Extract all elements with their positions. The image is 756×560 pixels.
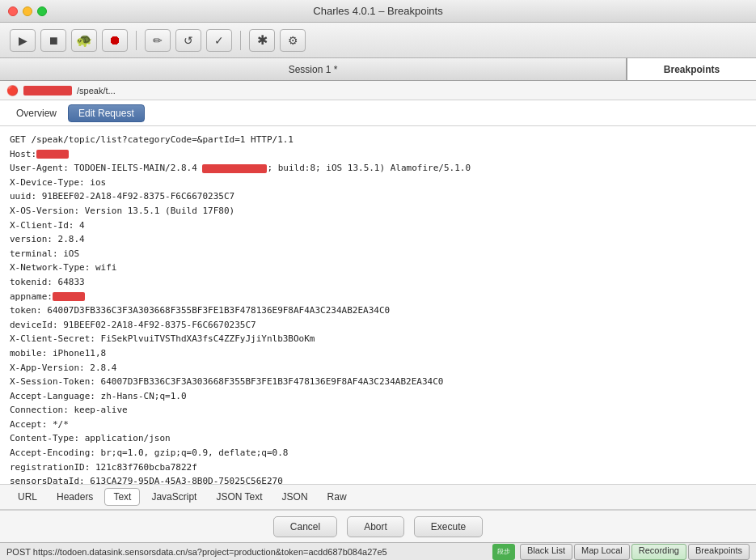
- cancel-button[interactable]: Cancel: [273, 516, 337, 537]
- sub-tabs: Overview Edit Request: [0, 100, 756, 126]
- useragent-redacted: [202, 164, 267, 173]
- tools-button[interactable]: ✱: [249, 29, 275, 52]
- request-line-22: Content-Type: application/json: [10, 431, 746, 446]
- url-bar: 🔴 /speak/t...: [0, 81, 756, 100]
- wechat-icon: 段步: [492, 544, 515, 560]
- throttle-button[interactable]: 🐢: [71, 29, 97, 52]
- toolbar: ▶ ⏹ 🐢 ⏺ ✏ ↺ ✓ ✱ ⚙: [0, 23, 756, 58]
- toolbar-separator: [136, 31, 137, 50]
- titlebar: Charles 4.0.1 – Breakpoints: [0, 0, 756, 23]
- request-line-20: Connection: keep-alive: [10, 403, 746, 418]
- request-line-21: Accept: */*: [10, 418, 746, 432]
- request-line-2: Host:: [10, 147, 746, 162]
- request-line-15: X-Client-Secret: FiSekPlvuiTVSThdXA3fsC4…: [10, 332, 746, 346]
- status-bar: POST https://todoen.datasink.sensorsdata…: [0, 542, 756, 560]
- tab-javascript[interactable]: JavaScript: [143, 489, 205, 505]
- request-line-18: X-Session-Token: 64007D3FB336C3F3A303668…: [10, 375, 746, 389]
- request-line-1: GET /speak/topic/list?categoryCode=&part…: [10, 133, 746, 147]
- bottom-tabs: URL Headers Text JavaScript JSON Text JS…: [0, 484, 756, 510]
- request-line-7: X-Client-Id: 4: [10, 218, 746, 233]
- url-path: /speak/t...: [77, 86, 116, 95]
- window-title: Charles 4.0.1 – Breakpoints: [313, 5, 442, 17]
- tab-raw[interactable]: Raw: [319, 489, 355, 505]
- pill-blacklist[interactable]: Black List: [520, 544, 572, 560]
- tab-breakpoints[interactable]: Breakpoints: [627, 58, 756, 80]
- request-line-4: X-Device-Type: ios: [10, 176, 746, 190]
- tab-overview[interactable]: Overview: [6, 105, 66, 121]
- tab-json[interactable]: JSON: [274, 489, 316, 505]
- request-line-19: Accept-Language: zh-Hans-CN;q=1.0: [10, 389, 746, 404]
- request-line-23: Accept-Encoding: br;q=1.0, gzip;q=0.9, d…: [10, 446, 746, 460]
- request-line-12: appname:: [10, 290, 746, 304]
- request-line-11: tokenid: 64833: [10, 275, 746, 290]
- tab-headers[interactable]: Headers: [49, 489, 101, 505]
- refresh-button[interactable]: ↺: [175, 29, 201, 52]
- status-pills: 段步 Black List Map Local Recording Breakp…: [492, 544, 750, 560]
- start-button[interactable]: ▶: [10, 29, 36, 52]
- validate-button[interactable]: ✓: [206, 29, 232, 52]
- request-line-17: X-App-Version: 2.8.4: [10, 361, 746, 375]
- host-redacted: [23, 86, 72, 95]
- main-content: 🔴 /speak/t... Overview Edit Request GET …: [0, 81, 756, 542]
- request-line-13: token: 64007D3FB336C3F3A303668F355BF3FE1…: [10, 303, 746, 318]
- stop-button[interactable]: ⏹: [40, 29, 66, 52]
- record-button[interactable]: ⏺: [102, 29, 128, 52]
- settings-button[interactable]: ⚙: [280, 29, 306, 52]
- execute-button[interactable]: Execute: [414, 516, 483, 537]
- request-line-8: version: 2.8.4: [10, 232, 746, 247]
- request-line-3: User-Agent: TODOEN-IELTS-MAIN/2.8.4 ; bu…: [10, 161, 746, 176]
- tab-text[interactable]: Text: [104, 488, 140, 506]
- request-line-10: X-Network-Type: wifi: [10, 261, 746, 275]
- request-line-14: deviceId: 91BEEF02-2A18-4F92-8375-F6C667…: [10, 318, 746, 333]
- appname-redacted: [53, 292, 85, 301]
- traffic-lights: [8, 6, 47, 16]
- toolbar-separator-2: [240, 31, 241, 50]
- request-line-16: mobile: iPhone11,8: [10, 346, 746, 361]
- request-line-25: sensorsDataId: 613CA279-95DA-45A3-8B0D-7…: [10, 474, 746, 484]
- request-line-9: terminal: iOS: [10, 247, 746, 261]
- abort-button[interactable]: Abort: [347, 516, 404, 537]
- maximize-button[interactable]: [37, 6, 47, 16]
- tab-json-text[interactable]: JSON Text: [208, 489, 270, 505]
- status-url: POST https://todoen.datasink.sensorsdata…: [6, 547, 492, 557]
- request-line-24: registrationID: 121c83f760bcba7822f: [10, 460, 746, 475]
- edit-button[interactable]: ✏: [145, 29, 171, 52]
- request-line-5: uuid: 91BEEF02-2A18-4F92-8375-F6C6670235…: [10, 189, 746, 204]
- breakpoint-icon: 🔴: [6, 85, 19, 96]
- tab-url[interactable]: URL: [10, 489, 45, 505]
- host-value-redacted: [36, 150, 69, 159]
- request-line-6: X-OS-Version: Version 13.5.1 (Build 17F8…: [10, 204, 746, 218]
- tab-session[interactable]: Session 1 *: [0, 58, 627, 80]
- action-bar: Cancel Abort Execute: [0, 510, 756, 542]
- minimize-button[interactable]: [23, 6, 32, 16]
- pill-recording[interactable]: Recording: [631, 544, 686, 560]
- close-button[interactable]: [8, 6, 18, 16]
- tab-edit-request[interactable]: Edit Request: [68, 104, 145, 122]
- tab-bar: Session 1 * Breakpoints: [0, 58, 756, 81]
- request-body: GET /speak/topic/list?categoryCode=&part…: [0, 126, 756, 484]
- pill-maplocal[interactable]: Map Local: [574, 544, 630, 560]
- pill-breakpoints[interactable]: Breakpoints: [688, 544, 750, 560]
